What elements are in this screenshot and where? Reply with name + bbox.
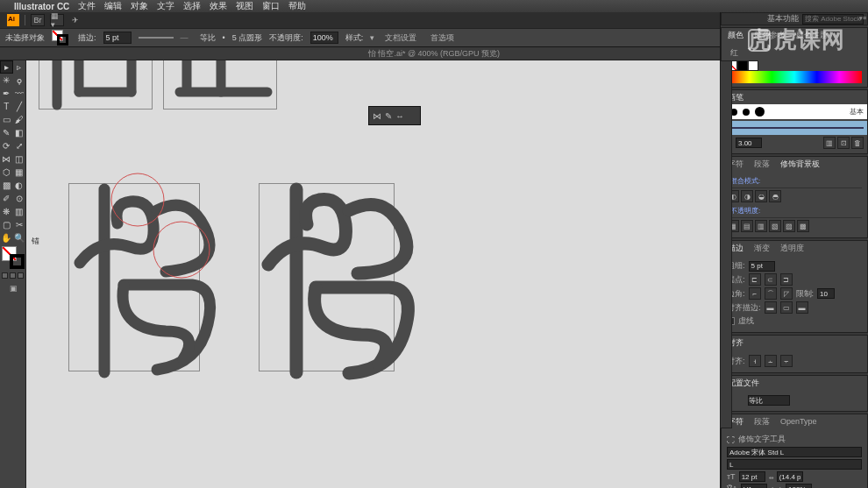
panel-dock-strip[interactable]: [720, 60, 732, 428]
cap-butt-icon[interactable]: ⊏: [749, 273, 761, 286]
color-spectrum[interactable]: [727, 71, 862, 83]
align-left-icon[interactable]: ⫞: [749, 355, 761, 367]
arrange-docs-button[interactable]: ▦ ▾: [50, 14, 64, 26]
slice-tool[interactable]: ✂: [13, 218, 26, 231]
trash-icon[interactable]: 🗑: [851, 137, 864, 149]
menu-type[interactable]: 文字: [157, 0, 174, 12]
tab-color-guide[interactable]: 颜色参考: [750, 29, 790, 42]
miter-input[interactable]: [817, 288, 835, 299]
menu-window[interactable]: 窗口: [262, 0, 280, 12]
screen-mode[interactable]: ▣: [0, 280, 26, 296]
shaper-tool[interactable]: ✎: [0, 126, 13, 139]
hand-tool[interactable]: ✋: [0, 231, 13, 244]
menu-help[interactable]: 帮助: [288, 0, 306, 12]
eyedropper-tool[interactable]: ✐: [0, 192, 13, 205]
tab-para-a[interactable]: 段落: [750, 158, 774, 171]
width-point-icon[interactable]: ⋈: [373, 111, 381, 121]
cap-square-icon[interactable]: ⊐: [780, 273, 793, 286]
rotate-tool[interactable]: ⟳: [0, 139, 13, 152]
opacity-icons[interactable]: ▦▤▥▧ ▨▩: [727, 220, 862, 232]
tab-gradient[interactable]: 渐变: [750, 242, 774, 255]
stroke-profile-preview[interactable]: [139, 37, 174, 39]
tab-touch-a[interactable]: 修饰背景板: [776, 158, 824, 171]
shape-builder-tool[interactable]: ⬡: [0, 166, 13, 179]
selection-tool[interactable]: ▸: [0, 60, 13, 74]
font-size-input[interactable]: [739, 471, 765, 482]
menu-effect[interactable]: 效果: [210, 0, 227, 12]
font-family-input[interactable]: [727, 447, 862, 457]
prefs-button[interactable]: 首选项: [427, 32, 458, 44]
align-center-icon[interactable]: ▬: [765, 301, 777, 314]
curvature-tool[interactable]: 〰: [13, 87, 26, 100]
rectangle-tool[interactable]: ▭: [0, 113, 13, 126]
opacity-input[interactable]: [310, 32, 338, 44]
document-tab[interactable]: 怡 悟空.ai* @ 400% (RGB/GPU 预览): [368, 48, 500, 60]
cap-round-icon[interactable]: ⊂: [765, 273, 777, 286]
style-dropdown[interactable]: ▾: [370, 33, 374, 42]
fill-stroke-swatch[interactable]: [52, 30, 71, 46]
align-right-icon[interactable]: ⫟: [780, 355, 793, 367]
floating-width-panel[interactable]: ⋈ ✎ ↔: [368, 106, 421, 125]
menu-edit[interactable]: 编辑: [104, 0, 122, 12]
zoom-tool[interactable]: 🔍: [13, 231, 26, 244]
brush-lib-icon[interactable]: ▥: [823, 137, 836, 149]
blend-tool[interactable]: ⊙: [13, 192, 26, 205]
lasso-tool[interactable]: ϙ: [13, 74, 26, 87]
paintbrush-tool[interactable]: 🖌: [13, 113, 26, 126]
join-round-icon[interactable]: ⌒: [765, 287, 777, 300]
stroke-weight-input[interactable]: [103, 32, 132, 44]
menu-view[interactable]: 视图: [236, 0, 253, 12]
bridge-button[interactable]: Br: [31, 14, 45, 26]
tab-color-themes[interactable]: 颜色主题: [792, 29, 832, 42]
width-options-icon[interactable]: ↔: [395, 111, 404, 121]
brush-size-input[interactable]: [736, 138, 762, 148]
doc-setup-button[interactable]: 文档设置: [381, 32, 420, 44]
graph-tool[interactable]: ▥: [13, 205, 26, 218]
tab-opentype[interactable]: OpenType: [776, 416, 822, 427]
stock-search-input[interactable]: [802, 14, 864, 25]
brush-presets[interactable]: 基本: [722, 104, 867, 119]
menu-file[interactable]: 文件: [78, 0, 96, 12]
draw-mode[interactable]: [0, 272, 25, 279]
fill-stroke-colorbox[interactable]: [2, 246, 25, 269]
tab-paragraph[interactable]: 段落: [750, 415, 774, 428]
leading-input[interactable]: [777, 471, 803, 482]
panel-menu-icon[interactable]: ▾≡: [859, 15, 866, 22]
tracking-input[interactable]: [786, 484, 812, 488]
direct-selection-tool[interactable]: ▹: [13, 60, 25, 74]
stroke-weight-field[interactable]: [749, 261, 775, 272]
join-miter-icon[interactable]: ⌐: [749, 287, 761, 300]
kerning-input[interactable]: [741, 484, 767, 488]
brush-new-icon[interactable]: ⊡: [837, 137, 850, 149]
line-tool[interactable]: ╱: [13, 100, 26, 113]
mesh-tool[interactable]: ▩: [0, 179, 13, 192]
tab-transparency[interactable]: 透明度: [776, 242, 808, 255]
swatch-none-bw[interactable]: [727, 60, 862, 71]
workspace-dropdown[interactable]: 基本功能: [767, 13, 799, 25]
menu-object[interactable]: 对象: [131, 0, 148, 12]
perspective-tool[interactable]: ▦: [13, 166, 26, 179]
canvas[interactable]: 锚 ⋈ ✎ ↔: [26, 60, 720, 488]
join-bevel-icon[interactable]: ◸: [780, 287, 793, 300]
align-hcenter-icon[interactable]: ⫠: [765, 355, 777, 367]
align-outside-icon[interactable]: ▬: [796, 301, 808, 314]
free-transform-tool[interactable]: ◫: [13, 152, 26, 166]
width-tool[interactable]: ⋈: [0, 152, 13, 166]
artboard-tool[interactable]: ▢: [0, 218, 13, 231]
font-style-input[interactable]: [727, 459, 862, 470]
width-profile-icon[interactable]: ✎: [385, 111, 392, 121]
eraser-tool[interactable]: ◧: [13, 126, 26, 139]
touch-type-icon[interactable]: ⛶: [727, 435, 735, 444]
gpu-toggle[interactable]: ✈: [69, 14, 82, 26]
app-menu[interactable]: Illustrator CC: [14, 2, 69, 11]
magic-wand-tool[interactable]: ✳: [0, 74, 13, 87]
gradient-tool[interactable]: ◐: [13, 179, 26, 192]
pen-tool[interactable]: ✒: [0, 87, 13, 100]
type-tool[interactable]: T: [0, 100, 13, 113]
align-inside-icon[interactable]: ▭: [780, 301, 793, 314]
blend-icons[interactable]: ◐◑◒◓: [727, 190, 862, 202]
menu-select[interactable]: 选择: [183, 0, 201, 12]
brush-def-dropdown[interactable]: 5 点圆形: [232, 32, 263, 44]
profile-dropdown[interactable]: 等比: [200, 32, 216, 44]
scale-tool[interactable]: ⤢: [13, 139, 26, 152]
